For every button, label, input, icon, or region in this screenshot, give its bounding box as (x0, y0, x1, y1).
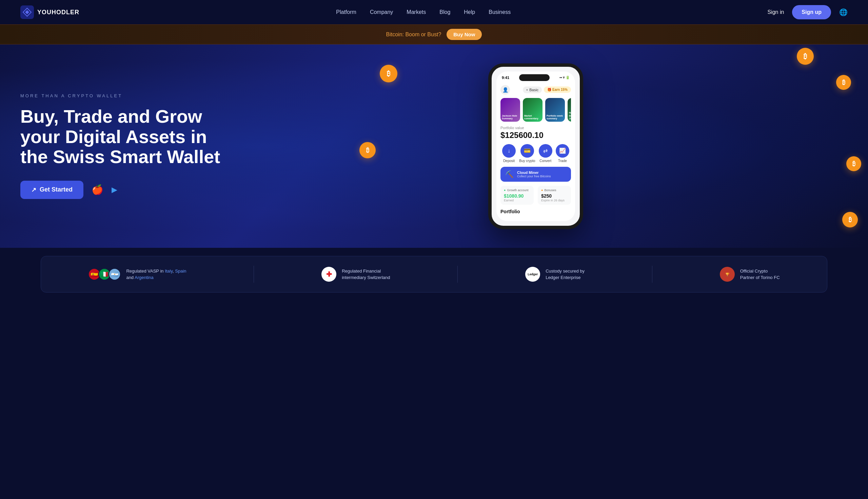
btc-coin-2: ₿ (836, 75, 851, 90)
trust-item-vasp: 🇪🇸 🇮🇹 🇦🇷 Regulated VASP in Italy, Spaina… (88, 268, 186, 281)
bonuses-card: ● Bonuses $250 Expire in 26 days (538, 186, 571, 205)
trust-item-torino: 🏆 Official CryptoPartner of Torino FC (720, 267, 780, 282)
apple-store-icon[interactable]: 🍎 (91, 184, 103, 195)
bonuses-value: $250 (541, 193, 567, 199)
btc-coin-1: ₿ (380, 65, 398, 82)
banner-text: Bitcoin: Boom or Bust? (386, 32, 441, 38)
story-card-market[interactable]: Market commentary (523, 98, 542, 122)
hero-subtitle: MORE THAN A CRYPTO WALLET (20, 93, 224, 98)
trade-icon: 📈 (556, 144, 569, 158)
cloud-miner-subtitle: Collect your free Bitcoins (517, 174, 551, 178)
trust-vasp-text: Regulated VASP in Italy, Spainand Argent… (126, 268, 186, 281)
story-card-portfolio[interactable]: Portfolio week summary (545, 98, 565, 122)
phone-user-icon: 👤 (500, 85, 510, 95)
portfolio-value-label: Portfolio value (500, 126, 571, 130)
trade-action[interactable]: 📈 Trade (556, 144, 569, 163)
sign-in-link[interactable]: Sign in (767, 9, 784, 15)
hero-cta-row: ↗ Get Started 🍎 ▶ (20, 181, 224, 199)
trust-section: 🇪🇸 🇮🇹 🇦🇷 Regulated VASP in Italy, Spaina… (41, 256, 827, 293)
phone-screen: 9:41 ▪▪ ▿ 🔋 👤 ● Basic (497, 72, 575, 221)
google-play-icon[interactable]: ▶ (112, 185, 117, 194)
phone-stats-row: ● Growth account $1080.90 Earned ● Bonus… (500, 186, 571, 205)
phone-mockup-area: 9:41 ▪▪ ▿ 🔋 👤 ● Basic (224, 58, 848, 234)
cloud-miner-text: Cloud Miner Collect your free Bitcoins (517, 171, 551, 178)
phone-top-bar: 👤 ● Basic 🎁 Earn 15% (500, 85, 571, 95)
story-card-2-text: Market commentary (524, 114, 541, 120)
banner-cta-button[interactable]: Buy Now (447, 29, 482, 40)
story-card-jackson-hole[interactable]: Jackson Hole Summary (500, 98, 520, 122)
announcement-banner: Bitcoin: Boom or Bust? Buy Now (0, 24, 868, 45)
buy-crypto-icon: 💳 (521, 144, 534, 158)
nav-business[interactable]: Business (489, 9, 511, 15)
get-started-button[interactable]: ↗ Get Started (20, 181, 83, 199)
ledger-logo: Ledger (525, 267, 540, 282)
trust-ledger-text: Custody secured byLedger Enterprise (546, 268, 585, 281)
growth-value: $1080.90 (504, 193, 530, 199)
nav-blog[interactable]: Blog (439, 9, 450, 15)
bonuses-icon: ● (541, 188, 543, 192)
nav-links: Platform Company Markets Blog Help Busin… (336, 9, 511, 15)
deposit-action[interactable]: ↓ Deposit (502, 144, 516, 163)
logo-text: YOUHODLER (37, 9, 80, 16)
buy-crypto-label: Buy crypto (519, 159, 535, 163)
growth-icon: ● (504, 188, 505, 192)
deposit-icon: ↓ (502, 144, 516, 158)
convert-label: Convert (539, 159, 551, 163)
cloud-miner-icon: ⛏️ (505, 170, 514, 178)
bonuses-label: Bonuses (544, 188, 556, 192)
cloud-miner-banner[interactable]: ⛏️ Cloud Miner Collect your free Bitcoin… (500, 167, 571, 182)
phone-signal-icons: ▪▪ ▿ 🔋 (560, 76, 570, 79)
trust-divider-1 (254, 266, 254, 283)
trust-divider-3 (652, 266, 652, 283)
story-cards: Jackson Hole Summary Market commentary P… (500, 98, 571, 122)
phone-time: 9:41 (502, 76, 509, 80)
sign-up-button[interactable]: Sign up (792, 5, 831, 19)
phone-earn-badge: 🎁 Earn 15% (544, 86, 571, 93)
trust-item-swiss: ✚ Regulated Financialintermediary Switze… (321, 267, 390, 282)
portfolio-section-label: Portfolio (500, 209, 571, 216)
hero-section: MORE THAN A CRYPTO WALLET Buy, Trade and… (0, 45, 868, 248)
trust-torino-text: Official CryptoPartner of Torino FC (740, 268, 780, 281)
btc-coin-3: ₿ (359, 142, 376, 158)
trust-swiss-text: Regulated Financialintermediary Switzerl… (342, 268, 390, 281)
convert-action[interactable]: ⇄ Convert (539, 144, 552, 163)
bonuses-header: ● Bonuses (541, 188, 567, 192)
globe-icon[interactable]: 🌐 (839, 8, 848, 16)
trust-divider-2 (457, 266, 458, 283)
swiss-cross-logo: ✚ (321, 267, 337, 282)
btc-coin-5: ₿ (797, 48, 814, 65)
nav-help[interactable]: Help (464, 9, 475, 15)
phone-status-bar: 9:41 ▪▪ ▿ 🔋 (497, 72, 575, 82)
logo[interactable]: YOUHODLER (20, 5, 80, 19)
trust-section-wrapper: 🇪🇸 🇮🇹 🇦🇷 Regulated VASP in Italy, Spaina… (0, 248, 868, 306)
torino-logo: 🏆 (720, 267, 735, 282)
deposit-label: Deposit (503, 159, 515, 163)
earn-badge-label: Earn 15% (552, 88, 567, 92)
nav-actions: Sign in Sign up 🌐 (767, 5, 848, 19)
portfolio-value: $125600.10 (500, 131, 571, 140)
hero-content: MORE THAN A CRYPTO WALLET Buy, Trade and… (20, 93, 224, 199)
nav-platform[interactable]: Platform (336, 9, 356, 15)
story-card-3-text: Portfolio week summary (547, 114, 563, 120)
btc-coin-6: ₿ (842, 212, 858, 228)
italy-link[interactable]: Italy (165, 268, 173, 273)
trade-label: Trade (558, 159, 567, 163)
basic-badge-icon: ● (526, 88, 528, 92)
argentina-link[interactable]: Argentina (135, 275, 154, 280)
argentina-flag: 🇦🇷 (109, 268, 121, 280)
growth-sub: Earned (504, 199, 530, 202)
nav-company[interactable]: Company (370, 9, 393, 15)
growth-account-card: ● Growth account $1080.90 Earned (500, 186, 534, 205)
spain-link[interactable]: Spain (175, 268, 186, 273)
story-card-4-text: Happy Birthday, Jonathan! (569, 111, 571, 120)
phone-basic-badge: ● Basic (523, 86, 542, 93)
basic-badge-label: Basic (529, 88, 538, 92)
growth-label: Growth account (507, 188, 528, 192)
nav-markets[interactable]: Markets (406, 9, 426, 15)
arrow-icon: ↗ (31, 186, 36, 194)
phone-notch (519, 74, 550, 81)
phone-body: 👤 ● Basic 🎁 Earn 15% (497, 82, 575, 221)
story-card-birthday[interactable]: Happy Birthday, Jonathan! (567, 98, 571, 122)
buy-crypto-action[interactable]: 💳 Buy crypto (519, 144, 535, 163)
get-started-label: Get Started (40, 186, 73, 193)
